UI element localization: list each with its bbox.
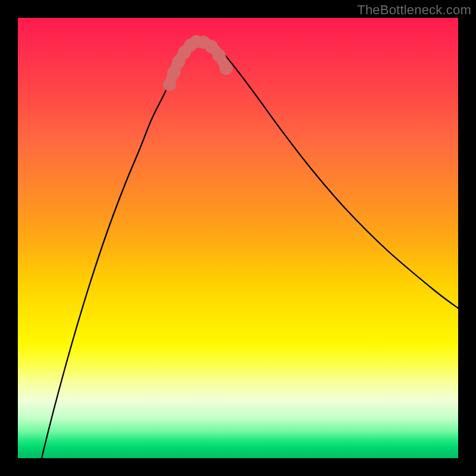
- marker-bead: [184, 39, 197, 52]
- watermark-text: TheBottleneck.com: [357, 2, 471, 18]
- curve-layer: [18, 18, 458, 458]
- plot-area: [18, 18, 458, 458]
- marker-band-path: [170, 42, 226, 84]
- marker-bead: [197, 36, 210, 49]
- marker-bead: [167, 66, 180, 79]
- marker-bead: [212, 49, 226, 62]
- chart-frame: TheBottleneck.com: [0, 0, 476, 476]
- marker-beads: [163, 35, 233, 91]
- marker-bead: [172, 55, 185, 68]
- marker-bead: [190, 35, 203, 48]
- curve-right-branch: [196, 42, 458, 308]
- marker-bead: [220, 62, 233, 75]
- marker-bead: [178, 46, 191, 59]
- marker-bead: [205, 40, 218, 53]
- curve-left-branch: [42, 42, 196, 458]
- marker-bead: [163, 78, 176, 91]
